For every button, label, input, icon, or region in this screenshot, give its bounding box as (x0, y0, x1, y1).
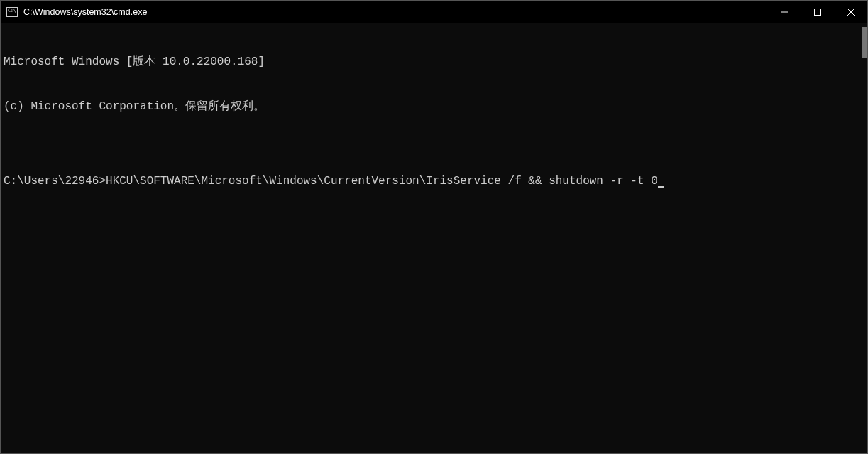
scrollbar-thumb[interactable] (862, 27, 867, 58)
terminal-content: Microsoft Windows [版本 10.0.22000.168] (c… (4, 25, 864, 219)
command-line: C:\Users\22946>HKCU\SOFTWARE\Microsoft\W… (4, 174, 864, 189)
cmd-icon (6, 7, 18, 17)
svg-rect-1 (814, 9, 820, 15)
window-controls (767, 1, 867, 23)
minimize-icon (781, 9, 788, 16)
cmd-window: C:\Windows\system32\cmd.exe Micr (0, 0, 868, 454)
cursor (658, 186, 664, 188)
prompt-text: C:\Users\22946> (4, 175, 106, 188)
minimize-button[interactable] (767, 1, 801, 23)
command-text: HKCU\SOFTWARE\Microsoft\Windows\CurrentV… (106, 175, 658, 188)
titlebar[interactable]: C:\Windows\system32\cmd.exe (1, 1, 867, 23)
close-icon (847, 9, 855, 16)
banner-line-2: (c) Microsoft Corporation。保留所有权利。 (4, 99, 864, 114)
maximize-button[interactable] (801, 1, 834, 23)
terminal-body[interactable]: Microsoft Windows [版本 10.0.22000.168] (c… (1, 23, 867, 453)
banner-line-1: Microsoft Windows [版本 10.0.22000.168] (4, 55, 864, 70)
close-button[interactable] (834, 1, 867, 23)
maximize-icon (814, 9, 821, 16)
window-title: C:\Windows\system32\cmd.exe (23, 7, 767, 17)
